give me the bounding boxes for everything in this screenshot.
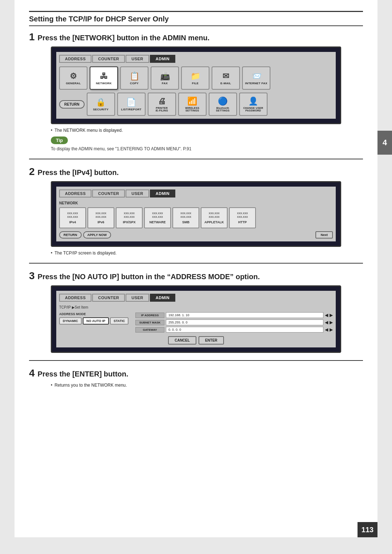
copy-label: COPY xyxy=(130,82,139,85)
screen2-mockup: ADDRESS COUNTER USER ADMIN NETWORK XXX.X… xyxy=(51,181,341,247)
ipxspx-label: IPX/SPX xyxy=(123,220,135,224)
top-border xyxy=(29,11,363,12)
printer-icon: 🖨 xyxy=(158,97,166,106)
appletalk-label: APPLETALK xyxy=(204,220,224,224)
file-label: FILE xyxy=(192,82,199,85)
section-heading: Setting the TCP/IP for DHCP Server Only xyxy=(29,15,363,26)
netware-xxx: XXX.XXXXXX.XXX xyxy=(152,212,163,219)
tip-text: To display the ADMIN menu, see "1.ENTERI… xyxy=(51,146,341,151)
change-user-pw-icon: 👤 xyxy=(248,97,258,106)
tcpip-header: TCP/IP ▶Set Item xyxy=(59,305,333,309)
screen3-tab-bar: ADDRESS COUNTER USER ADMIN xyxy=(59,294,333,302)
tab-admin-2[interactable]: ADMIN xyxy=(150,190,176,197)
network-item-netware[interactable]: XXX.XXXXXX.XXX NETWARE xyxy=(144,207,171,228)
apply-now-btn[interactable]: APPLY NOW xyxy=(83,231,111,239)
icon-internet-fax[interactable]: 📨 INTERNET FAX xyxy=(242,66,270,90)
screen1-tab-bar: ADDRESS COUNTER USER ADMIN xyxy=(59,55,333,63)
icon-list-report[interactable]: 📄 LIST/REPORT xyxy=(117,93,146,116)
tab-address-1[interactable]: ADDRESS xyxy=(59,55,91,63)
copy-icon: 📋 xyxy=(130,72,139,81)
screen2-footer: RETURN APPLY NOW Next xyxy=(59,231,333,239)
network-item-smb[interactable]: XXX.XXXXXX.XXX SMB xyxy=(172,207,199,228)
no-auto-ip-btn[interactable]: NO AUTO IP xyxy=(83,317,109,325)
ip-address-value[interactable]: 192.168. 1. 10 xyxy=(166,312,323,318)
network-item-http[interactable]: XXX.XXXXXX.XXX HTTP xyxy=(229,207,256,228)
ipv6-label: IPv6 xyxy=(98,220,105,224)
icon-email[interactable]: ✉ E-MAIL xyxy=(212,66,240,90)
network-item-ipv4[interactable]: XXX.XXXXXX.XXX IPv4 xyxy=(59,207,86,228)
address-mode-label: ADDRESS MODE xyxy=(59,312,132,316)
screen1-icons-row1: ⚙ GENERAL 🖧 NETWORK 📋 COPY 📠 FAX xyxy=(59,66,333,90)
icon-change-user-pw[interactable]: 👤 CHANGE USERPASSWORD xyxy=(239,93,268,116)
tab-counter-3[interactable]: COUNTER xyxy=(92,294,125,302)
security-icon: 🔒 xyxy=(96,98,106,107)
list-report-icon: 📄 xyxy=(126,98,136,107)
gateway-value[interactable]: 0. 0. 0. 0 xyxy=(166,327,323,333)
network-item-appletalk[interactable]: XXX.XXXXXX.XXX APPLETALK xyxy=(201,207,228,228)
icon-wireless[interactable]: 📶 WIRELESSSETTINGS xyxy=(178,93,207,116)
tab-counter-2[interactable]: COUNTER xyxy=(92,190,125,197)
gateway-left-arrow[interactable]: ◀ xyxy=(325,327,328,332)
step-1-heading: 1 Press the [NETWORK] button in the ADMI… xyxy=(29,32,363,42)
http-xxx: XXX.XXXXXX.XXX xyxy=(237,212,248,219)
subnet-mask-label: SUBNET MASK xyxy=(135,320,164,325)
step-4-text: Press the [ENTER] button. xyxy=(38,370,128,378)
tip-badge: Tip xyxy=(51,137,68,144)
icon-file[interactable]: 📁 FILE xyxy=(181,66,209,90)
fax-icon: 📠 xyxy=(160,72,170,81)
enter-btn[interactable]: ENTER xyxy=(199,336,224,345)
screen1-mockup: ADDRESS COUNTER USER ADMIN ⚙ GENERAL 🖧 N… xyxy=(51,46,341,124)
tip-box: Tip To display the ADMIN menu, see "1.EN… xyxy=(51,137,341,151)
address-mode-btns: DYNAMIC NO AUTO IP STATIC xyxy=(59,317,132,325)
tab-admin-3[interactable]: ADMIN xyxy=(150,294,176,302)
next-btn[interactable]: Next xyxy=(315,231,333,239)
subnet-right-arrow[interactable]: ▶ xyxy=(330,320,333,325)
tab-user-3[interactable]: USER xyxy=(126,294,149,302)
tab-address-2[interactable]: ADDRESS xyxy=(59,190,91,197)
icon-printer[interactable]: 🖨 PRINTER/E-FILING xyxy=(148,93,176,116)
network-item-ipxspx[interactable]: XXX.XXXXXX.XXX IPX/SPX xyxy=(116,207,143,228)
gateway-right-arrow[interactable]: ▶ xyxy=(330,327,333,332)
screen2-tab-bar: ADDRESS COUNTER USER ADMIN xyxy=(59,190,333,197)
tab-user-1[interactable]: USER xyxy=(126,55,149,63)
section-side-tab: 4 xyxy=(377,131,392,155)
ip-address-left-arrow[interactable]: ◀ xyxy=(325,313,328,318)
change-user-pw-label: CHANGE USERPASSWORD xyxy=(243,107,263,112)
static-btn[interactable]: STATIC xyxy=(110,317,128,325)
icon-copy[interactable]: 📋 COPY xyxy=(120,66,148,90)
ip-address-row: IP ADDRESS 192.168. 1. 10 ◀ ▶ xyxy=(135,312,333,318)
icon-general[interactable]: ⚙ GENERAL xyxy=(59,66,87,90)
tcpip-sub: ▶Set Item xyxy=(72,305,88,309)
return-btn-1[interactable]: RETURN xyxy=(59,100,85,109)
subnet-mask-value[interactable]: 255.255. 0. 0 xyxy=(166,319,323,325)
email-label: E-MAIL xyxy=(220,82,231,85)
tcpip-content: ADDRESS MODE DYNAMIC NO AUTO IP STATIC I… xyxy=(59,312,333,333)
gateway-row: GATEWAY 0. 0. 0. 0 ◀ ▶ xyxy=(135,327,333,333)
tab-user-2[interactable]: USER xyxy=(126,190,149,197)
smb-label: SMB xyxy=(182,220,189,224)
tab-counter-1[interactable]: COUNTER xyxy=(92,55,125,63)
dynamic-btn[interactable]: DYNAMIC xyxy=(59,317,82,325)
icon-fax[interactable]: 📠 FAX xyxy=(151,66,179,90)
network-icon: 🖧 xyxy=(100,72,108,81)
ipv6-xxx: XXX.XXXXXX.XXX xyxy=(95,212,106,219)
screen2-footer-btns: RETURN APPLY NOW xyxy=(59,231,111,239)
cancel-btn[interactable]: CANCEL xyxy=(168,336,196,345)
icon-network[interactable]: 🖧 NETWORK xyxy=(90,66,118,90)
general-label: GENERAL xyxy=(66,82,81,85)
return-btn-2[interactable]: RETURN xyxy=(59,231,82,239)
tab-address-3[interactable]: ADDRESS xyxy=(59,294,91,302)
ipv4-xxx: XXX.XXXXXX.XXX xyxy=(67,212,78,219)
icon-bluetooth[interactable]: 🔵 BluetoothSETTINGS xyxy=(209,93,237,116)
list-report-label: LIST/REPORT xyxy=(121,108,142,111)
step-3-heading: 3 Press the [NO AUTO IP] button in the “… xyxy=(29,271,363,281)
smb-xxx: XXX.XXXXXX.XXX xyxy=(180,212,191,219)
step-4-number: 4 xyxy=(29,368,35,378)
subnet-left-arrow[interactable]: ◀ xyxy=(325,320,328,325)
ip-address-right-arrow[interactable]: ▶ xyxy=(330,313,333,318)
ip-address-label: IP ADDRESS xyxy=(135,313,164,318)
network-item-ipv6[interactable]: XXX.XXXXXX.XXX IPv6 xyxy=(87,207,114,228)
step-1-number: 1 xyxy=(29,32,35,42)
tab-admin-1[interactable]: ADMIN xyxy=(150,55,176,63)
icon-security[interactable]: 🔒 SECURITY xyxy=(87,93,115,116)
